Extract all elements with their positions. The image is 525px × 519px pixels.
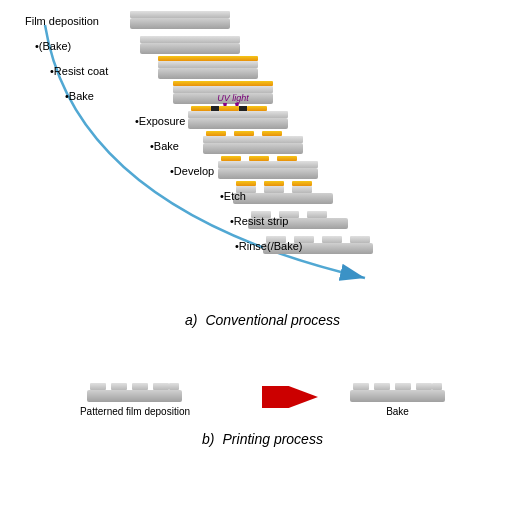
bake-label: Bake [386,406,409,417]
steps-area: UV light [15,10,510,310]
svg-rect-20 [239,106,247,111]
svg-rect-34 [264,186,284,193]
svg-rect-46 [322,236,342,243]
svg-rect-14 [188,118,288,129]
svg-rect-27 [218,168,318,179]
svg-rect-56 [350,390,445,402]
svg-rect-52 [153,383,169,390]
svg-rect-61 [432,383,442,390]
printing-row: Patterned film deposition [15,377,510,417]
svg-rect-51 [132,383,148,390]
svg-marker-13 [235,103,239,113]
svg-rect-48 [87,390,182,402]
divider [15,350,510,362]
svg-rect-30 [249,156,269,161]
main-container: UV light [0,0,525,519]
bake-chip-container: Bake [350,377,445,417]
label-resist-coat: •Resist coat [50,65,108,77]
svg-rect-17 [219,106,239,111]
bake-chip-svg [350,377,445,402]
label-film-deposition: Film deposition [25,15,99,27]
svg-rect-2 [130,11,230,18]
label-bake-1: •(Bake) [35,40,71,52]
patterned-chip-svg [87,377,182,402]
svg-rect-1 [130,18,230,29]
section-a-letter: a) [185,312,197,328]
label-etch: •Etch [220,190,246,202]
svg-rect-5 [158,68,258,79]
section-b-title: Printing process [223,431,323,447]
svg-rect-25 [234,131,254,136]
svg-rect-6 [158,61,258,68]
svg-rect-31 [277,156,297,161]
section-b-letter: b) [202,431,214,447]
svg-rect-15 [188,111,288,118]
svg-rect-59 [395,383,411,390]
svg-rect-47 [350,236,370,243]
svg-rect-23 [203,136,303,143]
section-b-caption: b) Printing process [15,431,510,447]
svg-rect-9 [173,86,273,93]
svg-rect-58 [374,383,390,390]
label-resist-strip: •Resist strip [230,215,288,227]
svg-rect-36 [236,181,256,186]
svg-rect-4 [140,36,240,43]
patterned-label: Patterned film deposition [80,406,190,417]
svg-rect-19 [211,106,219,111]
label-develop: •Develop [170,165,214,177]
svg-rect-3 [140,43,240,54]
svg-rect-53 [169,383,179,390]
svg-rect-57 [353,383,369,390]
diagram-svg: UV light [15,10,525,310]
svg-rect-8 [173,93,273,104]
svg-rect-60 [416,383,432,390]
svg-rect-18 [247,106,267,111]
svg-rect-24 [206,131,226,136]
svg-rect-42 [307,211,327,218]
patterned-chip-container: Patterned film deposition [80,377,190,417]
svg-rect-26 [262,131,282,136]
section-b: Patterned film deposition [15,377,510,519]
svg-rect-21 [267,106,287,111]
svg-rect-10 [173,81,273,86]
label-exposure: •Exposure [135,115,185,127]
section-a-caption: a) Conventional process [15,312,510,328]
svg-rect-49 [90,383,106,390]
section-a-title: Conventional process [205,312,340,328]
svg-rect-29 [221,156,241,161]
gradient-arrow-svg [210,386,330,408]
label-rinse-bake: •Rinse(/Bake) [235,240,302,252]
label-bake-3: •Bake [150,140,179,152]
svg-rect-22 [203,143,303,154]
svg-marker-12 [223,103,227,113]
label-bake-2: •Bake [65,90,94,102]
svg-rect-16 [191,106,211,111]
svg-text:UV light: UV light [217,93,249,103]
svg-rect-38 [292,181,312,186]
section-a: UV light [15,10,510,350]
svg-rect-28 [218,161,318,168]
svg-rect-37 [264,181,284,186]
svg-rect-7 [158,56,258,61]
svg-rect-50 [111,383,127,390]
svg-rect-32 [233,193,333,204]
svg-rect-35 [292,186,312,193]
